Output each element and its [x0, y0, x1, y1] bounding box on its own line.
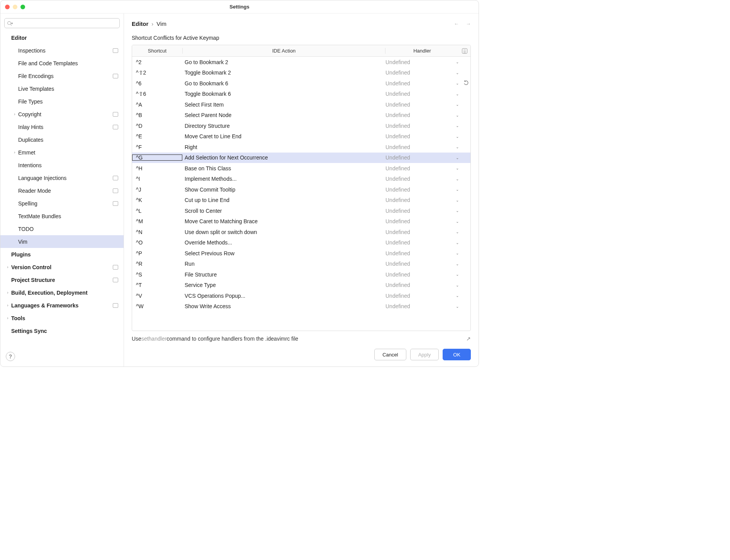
sidebar-item-vim[interactable]: Vim	[0, 235, 124, 248]
cell-handler-dropdown[interactable]: Undefined⌄	[385, 272, 470, 278]
ok-button[interactable]: OK	[443, 349, 471, 360]
cell-handler-dropdown[interactable]: Undefined⌄	[385, 293, 470, 299]
search-field[interactable]: ▾	[4, 18, 120, 28]
sidebar-item-editor[interactable]: Editor	[0, 31, 124, 44]
sidebar-item-todo[interactable]: TODO	[0, 222, 124, 235]
cell-handler-dropdown[interactable]: Undefined⌄	[385, 176, 470, 182]
cell-handler-dropdown[interactable]: Undefined⌄	[385, 112, 470, 118]
sidebar-item-intentions[interactable]: Intentions	[0, 159, 124, 171]
sidebar-item-file-encodings[interactable]: File Encodings	[0, 70, 124, 82]
cell-handler-dropdown[interactable]: Undefined⌄	[385, 70, 470, 76]
sidebar-item-inlay-hints[interactable]: Inlay Hints	[0, 120, 124, 133]
cell-handler-dropdown[interactable]: Undefined⌄	[385, 154, 470, 161]
cell-handler-dropdown[interactable]: Undefined⌄	[385, 261, 470, 267]
expand-chevron-icon[interactable]: ›	[11, 150, 18, 154]
cell-handler-dropdown[interactable]: Undefined⌄	[385, 229, 470, 235]
hint-suffix: command to configure handlers from the .…	[166, 336, 298, 342]
table-row[interactable]: ^⇧6Toggle Bookmark 6Undefined⌄	[132, 89, 470, 100]
table-row[interactable]: ^JShow Commit TooltipUndefined⌄	[132, 184, 470, 195]
cancel-button[interactable]: Cancel	[374, 349, 406, 360]
cell-handler-dropdown[interactable]: Undefined⌄	[385, 165, 470, 171]
cell-handler-dropdown[interactable]: Undefined⌄	[385, 197, 470, 203]
column-header-ide-action[interactable]: IDE Action	[182, 48, 385, 54]
cell-handler-dropdown[interactable]: Undefined⌄	[385, 133, 470, 139]
column-chooser-button[interactable]	[459, 48, 470, 54]
history-back-icon[interactable]: ←	[454, 21, 459, 27]
table-row[interactable]: ^HBase on This ClassUndefined⌄	[132, 163, 470, 174]
sidebar-item-settings-sync[interactable]: Settings Sync	[0, 324, 124, 337]
cell-shortcut: ^V	[132, 293, 182, 299]
help-button[interactable]: ?	[6, 352, 15, 361]
table-row[interactable]: ^WShow Write AccessUndefined⌄	[132, 301, 470, 312]
cell-handler-dropdown[interactable]: Undefined⌄	[385, 303, 470, 309]
reset-icon[interactable]	[463, 80, 469, 87]
sidebar-item-inspections[interactable]: Inspections	[0, 44, 124, 57]
table-row[interactable]: ^MMove Caret to Matching BraceUndefined⌄	[132, 216, 470, 227]
table-row[interactable]: ^NUse down split or switch downUndefined…	[132, 227, 470, 238]
table-row[interactable]: ^KCut up to Line EndUndefined⌄	[132, 195, 470, 206]
sidebar-item-textmate-bundles[interactable]: TextMate Bundles	[0, 210, 124, 222]
table-row[interactable]: ^⇧2Toggle Bookmark 2Undefined⌄	[132, 68, 470, 78]
sidebar-item-languages-frameworks[interactable]: ›Languages & Frameworks	[0, 299, 124, 312]
sidebar-item-spelling[interactable]: Spelling	[0, 197, 124, 210]
table-row[interactable]: ^TService TypeUndefined⌄	[132, 280, 470, 291]
sidebar-item-language-injections[interactable]: Language Injections	[0, 171, 124, 184]
table-row[interactable]: ^OOverride Methods...Undefined⌄	[132, 238, 470, 248]
cell-handler-dropdown[interactable]: Undefined⌄	[385, 282, 470, 288]
cell-handler-dropdown[interactable]: Undefined⌄	[385, 123, 470, 129]
table-row[interactable]: ^PSelect Previous RowUndefined⌄	[132, 248, 470, 259]
sidebar-item-reader-mode[interactable]: Reader Mode	[0, 184, 124, 197]
popout-icon[interactable]: ↗	[466, 336, 471, 342]
sidebar-item-file-types[interactable]: File Types	[0, 95, 124, 108]
table-row[interactable]: ^RRunUndefined⌄	[132, 259, 470, 270]
sidebar-item-file-and-code-templates[interactable]: File and Code Templates	[0, 57, 124, 70]
cell-handler-dropdown[interactable]: Undefined⌄	[385, 208, 470, 214]
column-header-handler[interactable]: Handler	[385, 48, 459, 54]
table-row[interactable]: ^DDirectory StructureUndefined⌄	[132, 120, 470, 131]
search-input[interactable]	[14, 20, 117, 26]
sidebar-item-plugins[interactable]: Plugins	[0, 248, 124, 261]
table-row[interactable]: ^VVCS Operations Popup...Undefined⌄	[132, 290, 470, 301]
cell-handler-dropdown[interactable]: Undefined⌄	[385, 187, 470, 193]
table-row[interactable]: ^EMove Caret to Line EndUndefined⌄	[132, 131, 470, 142]
chevron-down-icon: ⌄	[456, 60, 459, 64]
sidebar-item-project-structure[interactable]: Project Structure	[0, 273, 124, 286]
cell-shortcut: ^T	[132, 282, 182, 288]
expand-chevron-icon[interactable]: ›	[4, 316, 11, 320]
breadcrumb: Editor › Vim	[132, 20, 166, 27]
table-row[interactable]: ^2Go to Bookmark 2Undefined⌄	[132, 57, 470, 68]
cell-handler-dropdown[interactable]: Undefined⌄	[385, 250, 470, 256]
cell-handler-dropdown[interactable]: Undefined⌄	[385, 80, 470, 87]
sidebar-item-duplicates[interactable]: Duplicates	[0, 133, 124, 146]
cell-handler-dropdown[interactable]: Undefined⌄	[385, 102, 470, 108]
table-row[interactable]: ^ASelect First ItemUndefined⌄	[132, 99, 470, 110]
expand-chevron-icon[interactable]: ›	[4, 265, 11, 269]
table-row[interactable]: ^FRightUndefined⌄	[132, 142, 470, 153]
table-row[interactable]: ^SFile StructureUndefined⌄	[132, 269, 470, 280]
sidebar-item-build-execution-deployment[interactable]: ›Build, Execution, Deployment	[0, 286, 124, 299]
table-body[interactable]: ^2Go to Bookmark 2Undefined⌄^⇧2Toggle Bo…	[132, 57, 470, 331]
expand-chevron-icon[interactable]: ›	[11, 112, 18, 116]
apply-button[interactable]: Apply	[410, 349, 439, 360]
expand-chevron-icon[interactable]: ›	[4, 290, 11, 295]
table-row[interactable]: ^IImplement Methods...Undefined⌄	[132, 174, 470, 185]
cell-handler-dropdown[interactable]: Undefined⌄	[385, 59, 470, 65]
cell-handler-dropdown[interactable]: Undefined⌄	[385, 239, 470, 246]
table-row[interactable]: ^6Go to Bookmark 6Undefined⌄	[132, 78, 470, 89]
sidebar-item-label: Languages & Frameworks	[11, 302, 113, 309]
table-row[interactable]: ^GAdd Selection for Next OccurrenceUndef…	[132, 153, 470, 163]
expand-chevron-icon[interactable]: ›	[4, 303, 11, 307]
sidebar-item-emmet[interactable]: ›Emmet	[0, 146, 124, 159]
settings-tree[interactable]: EditorInspectionsFile and Code Templates…	[0, 31, 124, 367]
cell-handler-dropdown[interactable]: Undefined⌄	[385, 218, 470, 224]
cell-handler-dropdown[interactable]: Undefined⌄	[385, 144, 470, 150]
sidebar-item-tools[interactable]: ›Tools	[0, 312, 124, 324]
table-row[interactable]: ^LScroll to CenterUndefined⌄	[132, 205, 470, 216]
sidebar-item-version-control[interactable]: ›Version Control	[0, 261, 124, 273]
sidebar-item-copyright[interactable]: ›Copyright	[0, 108, 124, 120]
sidebar-item-live-templates[interactable]: Live Templates	[0, 82, 124, 95]
cell-handler-dropdown[interactable]: Undefined⌄	[385, 91, 470, 97]
column-header-shortcut[interactable]: Shortcut	[132, 48, 182, 54]
table-row[interactable]: ^BSelect Parent NodeUndefined⌄	[132, 110, 470, 121]
history-forward-icon[interactable]: →	[466, 21, 471, 27]
